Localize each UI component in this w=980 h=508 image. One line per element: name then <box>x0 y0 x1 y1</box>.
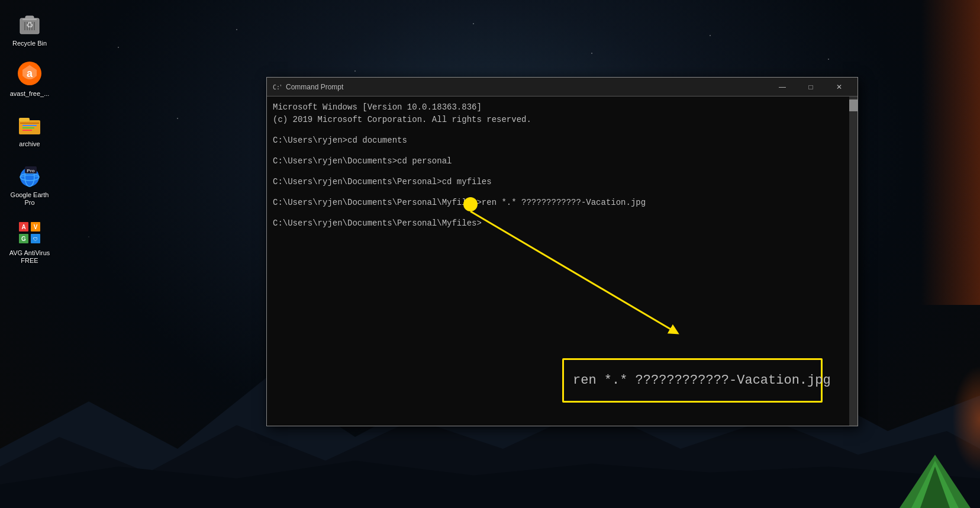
recycle-bin-label: Recycle Bin <box>12 40 47 47</box>
svg-rect-17 <box>22 127 34 128</box>
cmd-scrollbar[interactable] <box>849 97 858 426</box>
archive-image <box>15 110 44 138</box>
cmd-line-1: Microsoft Windows [Version 10.0.18363.83… <box>273 101 852 114</box>
cmd-window: C:\ Command Prompt — □ ✕ Microsoft Windo… <box>266 77 858 426</box>
google-earth-pro-icon[interactable]: Pro Google EarthPro <box>6 157 53 210</box>
cmd-body[interactable]: Microsoft Windows [Version 10.0.18363.83… <box>267 97 858 426</box>
cmd-line-7: C:\Users\ryjen\Documents\Personal\Myfile… <box>273 217 852 230</box>
svg-text:🛡: 🛡 <box>33 237 38 242</box>
cmd-line-blank-5 <box>273 209 852 217</box>
recycle-bin-image: ♻ <box>15 9 44 37</box>
avast-image: a <box>15 59 44 88</box>
cmd-line-2: (c) 2019 Microsoft Corporation. All righ… <box>273 114 852 126</box>
svg-rect-18 <box>22 130 32 131</box>
svg-text:a: a <box>27 67 33 79</box>
cmd-title: Command Prompt <box>286 83 769 91</box>
archive-label: archive <box>19 140 40 148</box>
svg-rect-14 <box>19 118 30 121</box>
archive-icon[interactable]: archive <box>6 107 53 151</box>
minimize-button[interactable]: — <box>769 78 796 97</box>
cmd-line-6: C:\Users\ryjen\Documents\Personal\Myfile… <box>273 197 852 209</box>
close-button[interactable]: ✕ <box>826 78 853 97</box>
cmd-line-blank-3 <box>273 168 852 176</box>
avg-antivirus-image: A V G 🛡 <box>15 218 44 247</box>
svg-text:Pro: Pro <box>27 168 34 173</box>
svg-text:G: G <box>21 236 26 242</box>
svg-rect-6 <box>888 330 980 508</box>
cmd-line-blank-1 <box>273 126 852 134</box>
recycle-bin-icon[interactable]: ♻ Recycle Bin <box>6 6 53 50</box>
svg-rect-9 <box>25 16 34 19</box>
maximize-button[interactable]: □ <box>797 78 824 97</box>
svg-text:A: A <box>21 224 25 230</box>
svg-text:♻: ♻ <box>26 20 34 30</box>
cmd-line-blank-2 <box>273 147 852 155</box>
svg-text:C:\: C:\ <box>273 84 281 91</box>
google-earth-pro-label: Google EarthPro <box>11 191 49 207</box>
google-earth-pro-image: Pro <box>15 160 44 189</box>
desktop: ♻ Recycle Bin a avast_free_... <box>0 0 980 508</box>
cmd-line-blank-4 <box>273 188 852 197</box>
window-controls: — □ ✕ <box>769 78 853 97</box>
cmd-scrollbar-thumb[interactable] <box>849 99 858 111</box>
avast-label: avast_free_... <box>10 90 50 98</box>
cmd-line-4: C:\Users\ryjen\Documents>cd personal <box>273 155 852 168</box>
right-edge-glow <box>921 0 980 305</box>
avast-icon[interactable]: a avast_free_... <box>6 56 53 101</box>
desktop-icons-container: ♻ Recycle Bin a avast_free_... <box>0 0 59 274</box>
avg-antivirus-label: AVG AntiVirusFREE <box>9 249 50 265</box>
svg-text:V: V <box>34 224 38 230</box>
svg-rect-16 <box>22 125 37 126</box>
cmd-titlebar: C:\ Command Prompt — □ ✕ <box>267 78 858 97</box>
cmd-line-3: C:\Users\ryjen>cd documents <box>273 134 852 147</box>
cmd-window-icon: C:\ <box>272 82 281 92</box>
svg-rect-15 <box>20 123 39 124</box>
cmd-line-5: C:\Users\ryjen\Documents\Personal>cd myf… <box>273 176 852 188</box>
avg-antivirus-icon[interactable]: A V G 🛡 AVG AntiVirusFREE <box>6 216 53 268</box>
